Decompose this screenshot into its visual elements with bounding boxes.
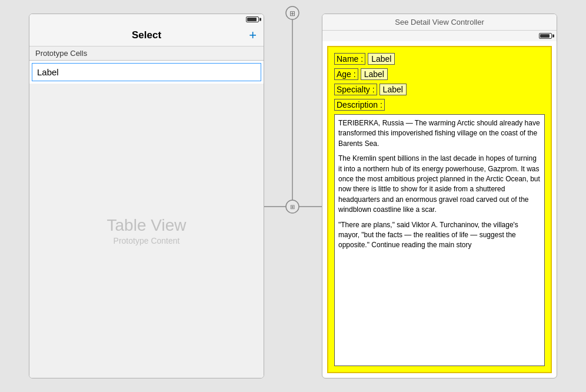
age-value: Label <box>361 68 388 80</box>
prototype-content-subtitle: Prototype Content <box>114 236 180 245</box>
table-cell-label[interactable]: Label <box>32 63 261 81</box>
left-battery-icon <box>246 16 259 22</box>
description-paragraph-2: The Kremlin spent billions in the last d… <box>338 154 541 215</box>
svg-text:⊞: ⊞ <box>290 204 295 210</box>
prototype-cells-header: Prototype Cells <box>29 46 264 61</box>
add-button[interactable]: + <box>249 29 257 42</box>
table-view-placeholder: Table View Prototype Content <box>29 84 264 378</box>
left-phone-frame: Select + Prototype Cells Label Table Vie… <box>29 14 264 378</box>
description-text-box[interactable]: TERIBERKA, Russia — The warming Arctic s… <box>334 114 545 366</box>
table-view-title: Table View <box>107 216 187 235</box>
name-value: Label <box>368 53 395 65</box>
svg-text:⊞: ⊞ <box>289 9 295 18</box>
description-label-row: Description : <box>334 99 545 111</box>
description-paragraph-3: "There are plans," said Viktor A. Turcha… <box>338 220 541 251</box>
name-row: Name : Label <box>334 53 545 65</box>
right-phone-frame: See Detail View Controller Name : Label … <box>322 14 557 378</box>
age-row: Age : Label <box>334 68 545 80</box>
name-label: Name : <box>334 53 365 65</box>
specialty-value: Label <box>379 84 407 95</box>
detail-content-area: Name : Label Age : Label Specialty : Lab… <box>327 46 552 373</box>
left-nav-title: Select <box>132 29 161 41</box>
left-nav-bar: Select + <box>29 25 264 46</box>
right-phone-inner: Name : Label Age : Label Specialty : Lab… <box>322 41 557 378</box>
left-status-bar <box>29 14 264 25</box>
specialty-row: Specialty : Label <box>334 84 545 95</box>
description-label: Description : <box>334 99 385 111</box>
right-status-bar <box>322 31 557 41</box>
right-battery-icon <box>539 33 552 39</box>
age-label: Age : <box>334 68 358 80</box>
svg-point-0 <box>286 6 299 19</box>
detail-view-header: See Detail View Controller <box>322 14 557 31</box>
specialty-label: Specialty : <box>334 84 377 95</box>
svg-point-4 <box>286 200 299 213</box>
description-paragraph-1: TERIBERKA, Russia — The warming Arctic s… <box>338 118 541 149</box>
